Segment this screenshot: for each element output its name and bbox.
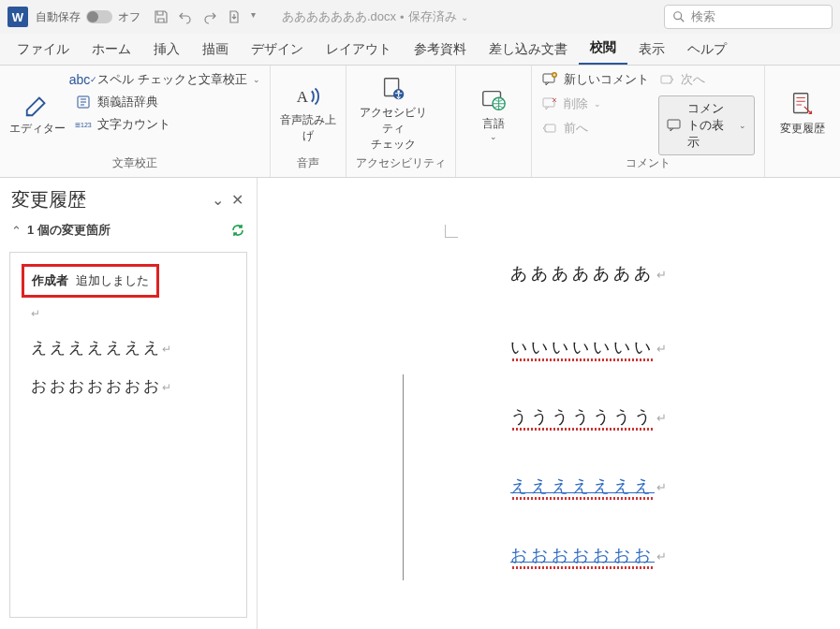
group-label-language — [465, 156, 522, 175]
read-aloud-label: 音声読み上げ — [280, 112, 336, 144]
doc-text-inserted[interactable]: えええええええ — [510, 475, 655, 497]
saved-status: 保存済み — [408, 8, 457, 25]
group-label-comments: コメント — [541, 154, 755, 175]
new-comment-button[interactable]: 新しいコメント — [541, 71, 649, 88]
ribbon-tabs: ファイル ホーム 挿入 描画 デザイン レイアウト 参考資料 差し込み文書 校閲… — [0, 34, 840, 66]
wordcount-icon: ≡123 — [75, 116, 92, 133]
doc-line[interactable]: あああああああ↵ — [510, 262, 840, 285]
export-icon[interactable] — [227, 9, 242, 24]
group-accessibility: アクセシビリティ チェック アクセシビリティ — [346, 66, 456, 177]
svg-rect-13 — [668, 120, 680, 128]
save-icon[interactable] — [154, 9, 169, 24]
tab-design[interactable]: デザイン — [240, 35, 315, 65]
next-comment-label: 次へ — [681, 71, 705, 88]
tab-file[interactable]: ファイル — [6, 35, 81, 65]
tab-view[interactable]: 表示 — [627, 35, 676, 65]
return-mark: ↵ — [162, 381, 174, 394]
document-area[interactable]: あああああああ↵ いいいいいいい↵ ううううううう↵ えええええええ↵ おおおお… — [258, 178, 840, 629]
autosave-toggle[interactable]: 自動保存 オフ — [36, 9, 140, 25]
tab-help[interactable]: ヘルプ — [676, 35, 738, 65]
pane-header: 変更履歴 ⌄ ✕ — [0, 178, 257, 218]
prev-comment-button: 前へ — [541, 120, 649, 137]
app-logo-icon: W — [7, 7, 28, 27]
svg-rect-11 — [545, 124, 555, 132]
return-mark: ↵ — [656, 549, 667, 563]
search-icon — [672, 10, 685, 23]
group-label-accessibility: アクセシビリティ — [356, 154, 446, 175]
svg-rect-14 — [794, 93, 808, 112]
revisions-pane: 変更履歴 ⌄ ✕ ⌃ 1 個の変更箇所 作成者 追加しました ↵ えええええええ… — [0, 178, 258, 629]
doc-line[interactable]: おおおおおおお↵ — [510, 544, 840, 566]
read-aloud-button[interactable]: A 音声読み上げ — [280, 71, 336, 154]
tab-insert[interactable]: 挿入 — [142, 35, 191, 65]
spellcheck-icon: abc✓ — [75, 71, 92, 88]
chevron-down-icon[interactable]: ⌄ — [461, 12, 468, 22]
customize-qat-icon[interactable]: ▾ — [251, 9, 256, 24]
group-comments: 新しいコメント 削除 ⌄ 前へ — [532, 66, 765, 177]
return-mark: ↵ — [31, 307, 235, 320]
svg-point-5 — [397, 90, 400, 93]
doc-line[interactable]: ううううううう↵ — [510, 405, 840, 428]
new-comment-label: 新しいコメント — [564, 71, 649, 88]
quick-access-toolbar: ▾ — [154, 9, 256, 24]
new-comment-icon — [541, 71, 558, 88]
editor-icon — [22, 89, 53, 121]
collapse-icon[interactable]: ⌃ — [11, 224, 22, 238]
doc-text[interactable]: いいいいいいい — [510, 336, 655, 358]
next-comment-button: 次へ — [658, 71, 755, 88]
return-mark: ↵ — [656, 480, 667, 494]
wordcount-button[interactable]: ≡123 文字カウント — [75, 116, 260, 133]
group-proofing: エディター abc✓ スペル チェックと文章校正 ⌄ 類義語辞典 ≡123 文字… — [0, 66, 271, 177]
spellcheck-button[interactable]: abc✓ スペル チェックと文章校正 ⌄ — [75, 71, 260, 88]
document-page[interactable]: あああああああ↵ いいいいいいい↵ ううううううう↵ えええええええ↵ おおおお… — [314, 178, 840, 566]
search-placeholder: 検索 — [691, 8, 715, 25]
thesaurus-button[interactable]: 類義語辞典 — [75, 94, 260, 110]
language-icon — [478, 84, 509, 116]
doc-text-inserted[interactable]: おおおおおおお — [510, 544, 655, 566]
change-author: 作成者 — [32, 273, 68, 287]
show-comments-button[interactable]: コメントの表示 ⌄ — [658, 95, 755, 155]
undo-icon[interactable] — [178, 9, 193, 24]
redo-icon[interactable] — [202, 9, 217, 24]
search-input[interactable]: 検索 — [664, 5, 833, 29]
doc-text[interactable]: あああああああ — [510, 262, 655, 285]
chevron-down-icon: ⌄ — [253, 75, 260, 84]
pane-para-2: おおおおおおお↵ — [31, 375, 226, 397]
return-mark: ↵ — [656, 342, 667, 356]
pane-chevron-down-icon[interactable]: ⌄ — [208, 191, 228, 209]
prev-comment-icon — [541, 120, 558, 137]
wordcount-label: 文字カウント — [97, 116, 170, 133]
accessibility-label: アクセシビリティ チェック — [356, 105, 431, 153]
autosave-state: オフ — [118, 9, 140, 25]
tab-references[interactable]: 参考資料 — [403, 35, 478, 65]
tab-draw[interactable]: 描画 — [191, 35, 240, 65]
pane-body: 作成者 追加しました ↵ えええええええ↵ おおおおおおお↵ — [9, 252, 247, 618]
doc-line[interactable]: えええええええ↵ — [510, 475, 840, 497]
tab-home[interactable]: ホーム — [81, 35, 142, 65]
prev-comment-label: 前へ — [564, 120, 588, 137]
doc-name: あああああああ.docx — [282, 8, 396, 25]
accessibility-check-button[interactable]: アクセシビリティ チェック — [356, 71, 431, 154]
language-button[interactable]: 言語 ⌄ — [465, 71, 522, 154]
tab-layout[interactable]: レイアウト — [315, 35, 403, 65]
svg-rect-12 — [661, 76, 671, 83]
doc-text[interactable]: ううううううう — [510, 405, 655, 428]
svg-point-0 — [674, 12, 682, 20]
doc-line[interactable]: いいいいいいい↵ — [510, 336, 840, 358]
chevron-down-icon: ⌄ — [594, 99, 601, 109]
toggle-icon[interactable] — [86, 10, 112, 23]
editor-button[interactable]: エディター — [9, 71, 66, 154]
svg-rect-10 — [543, 98, 554, 107]
track-changes-label: 変更履歴 — [780, 121, 825, 137]
pane-close-icon[interactable]: ✕ — [228, 191, 247, 209]
document-title[interactable]: あああああああ.docx • 保存済み ⌄ — [282, 8, 468, 25]
change-entry-highlight[interactable]: 作成者 追加しました — [22, 264, 159, 298]
comment-icon — [667, 118, 682, 133]
refresh-icon[interactable] — [230, 223, 245, 238]
track-changes-button[interactable]: 変更履歴 — [774, 71, 831, 154]
delete-comment-label: 削除 — [564, 95, 588, 112]
group-track-changes: 変更履歴 — [765, 66, 840, 177]
tab-mailings[interactable]: 差し込み文書 — [478, 35, 579, 65]
change-action: 追加しました — [76, 273, 149, 287]
tab-review[interactable]: 校閲 — [579, 33, 627, 65]
